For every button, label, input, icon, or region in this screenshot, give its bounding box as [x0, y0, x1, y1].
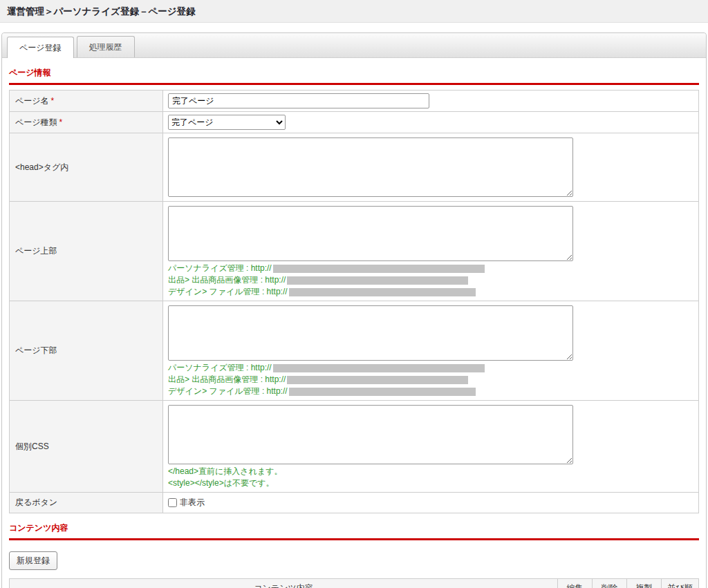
section-title-page-info: ページ情報	[9, 67, 699, 79]
section-divider	[9, 538, 699, 540]
custom-css-hint-nostyle: <style></style>は不要です。	[168, 477, 693, 489]
page-name-label-cell: ページ名*	[10, 91, 163, 112]
custom-css-label: 個別CSS	[10, 401, 163, 493]
section-divider	[9, 83, 699, 85]
back-button-label: 戻るボタン	[10, 493, 163, 513]
page-bottom-textarea[interactable]	[168, 305, 573, 361]
tab-bar: ページ登録 処理履歴	[2, 33, 706, 58]
col-header-delete: 削除	[593, 579, 627, 588]
new-register-button[interactable]: 新規登録	[9, 551, 57, 570]
row-custom-css: 個別CSS </head>直前に挿入されます。 <style></style>は…	[10, 401, 699, 493]
row-page-bottom: ページ下部 パーソナライズ管理 : http:// 出品> 出品商品画像管理 :…	[10, 301, 699, 401]
redacted-url	[287, 276, 468, 285]
head-tag-textarea[interactable]	[168, 137, 573, 197]
col-header-edit: 編集	[558, 579, 593, 588]
section-title-contents: コンテンツ内容	[9, 522, 699, 534]
page-type-label: ページ種類	[15, 117, 57, 127]
page-type-label-cell: ページ種類*	[10, 112, 163, 133]
row-head-tag: <head>タグ内	[10, 133, 699, 202]
page-type-select[interactable]: 完了ページ	[168, 115, 286, 130]
page-top-label: ページ上部	[10, 202, 163, 301]
page-bottom-label: ページ下部	[10, 301, 163, 401]
page-top-textarea[interactable]	[168, 206, 573, 261]
col-header-copy: 複製	[627, 579, 662, 588]
required-mark: *	[59, 117, 63, 127]
row-page-name: ページ名*	[10, 91, 699, 112]
custom-css-hint-insert: </head>直前に挿入されます。	[168, 466, 693, 477]
page-bottom-hint-personalize: パーソナライズ管理 : http://	[168, 362, 693, 374]
breadcrumb: 運営管理＞パーソナライズ登録－ページ登録	[0, 0, 708, 23]
col-header-content: コンテンツ内容	[10, 579, 558, 588]
page-top-hint-personalize: パーソナライズ管理 : http://	[168, 263, 693, 274]
row-back-button: 戻るボタン 非表示	[10, 493, 699, 513]
page-top-hint-file-manage: デザイン> ファイル管理 : http://	[168, 286, 693, 298]
tab-process-history[interactable]: 処理履歴	[77, 36, 135, 57]
row-page-top: ページ上部 パーソナライズ管理 : http:// 出品> 出品商品画像管理 :…	[10, 202, 699, 301]
page-bottom-hint-file-manage: デザイン> ファイル管理 : http://	[168, 386, 693, 397]
page-name-label: ページ名	[15, 96, 49, 106]
tab-content: ページ情報 ページ名* ページ種類* 完了ページ	[2, 67, 706, 588]
redacted-url	[273, 364, 485, 372]
page-info-form: ページ名* ページ種類* 完了ページ <head>タグ内	[9, 90, 699, 513]
hide-back-button-checkbox-label: 非表示	[180, 497, 205, 509]
redacted-url	[289, 388, 476, 396]
col-header-sort: 並び順	[662, 579, 699, 588]
redacted-url	[273, 265, 485, 273]
head-tag-label: <head>タグ内	[10, 133, 163, 202]
redacted-url	[289, 288, 476, 296]
contents-table: コンテンツ内容 編集 削除 複製 並び順 レーダーチャート 編集 削除 複製 ↕	[9, 578, 699, 588]
page-bottom-hint-item-image: 出品> 出品商品画像管理 : http://	[168, 374, 693, 386]
row-page-type: ページ種類* 完了ページ	[10, 112, 699, 133]
main-panel: ページ登録 処理履歴 ページ情報 ページ名* ページ種類* 完了ページ	[1, 32, 707, 588]
redacted-url	[287, 376, 468, 384]
tab-page-register[interactable]: ページ登録	[7, 37, 74, 58]
required-mark: *	[51, 96, 55, 106]
page-name-input[interactable]	[168, 93, 429, 108]
contents-table-header-row: コンテンツ内容 編集 削除 複製 並び順	[10, 579, 699, 588]
page-top-hint-item-image: 出品> 出品商品画像管理 : http://	[168, 274, 693, 286]
custom-css-textarea[interactable]	[168, 405, 573, 464]
hide-back-button-checkbox[interactable]	[168, 498, 177, 507]
